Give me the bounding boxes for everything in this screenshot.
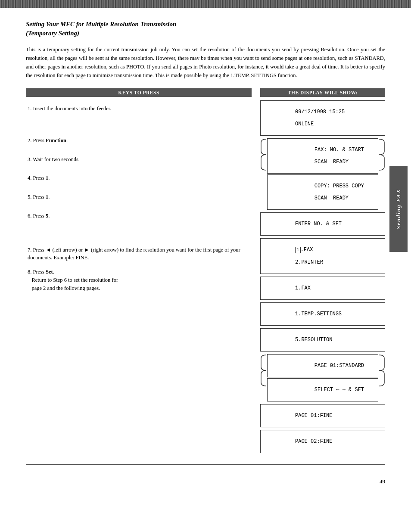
step-5-number: 5. (28, 194, 31, 200)
display-box-copy: COPY: PRESS COPY SCAN READY (267, 174, 378, 210)
display-box-1fax: 1.FAX (260, 277, 385, 300)
display-page02-fine-text: PAGE 02:FINE (295, 439, 332, 445)
display-temp-text: 1.TEMP.SETTINGS (295, 311, 342, 317)
step-6: 6. Press 5. (26, 212, 252, 220)
step-2: 2. Press Function. (26, 137, 252, 145)
top-decorative-bar (0, 0, 411, 8)
step-5: 5. Press 1. (26, 193, 252, 201)
step-1-number: 1. (28, 106, 31, 112)
step-1-text: Insert the documents into the feeder. (33, 106, 112, 112)
left-column: KEYS TO PRESS 1. Insert the documents in… (26, 88, 252, 456)
brace-group-fax-copy: FAX: NO. & START SCAN READY COPY: PRESS … (260, 138, 385, 210)
fax-printer-line2: 2.PRINTER (295, 259, 323, 265)
two-column-layout: KEYS TO PRESS 1. Insert the documents in… (26, 88, 385, 456)
fax-printer-line1: .FAX (301, 247, 313, 253)
display-1-line2: ONLINE (295, 121, 314, 127)
step-4-number: 4. (28, 175, 31, 181)
step-8-text: Press Set. Return to Step 6 to set the r… (28, 269, 118, 291)
brace-group-page-select: PAGE 01:STANDARD SELECT ← → & SET (260, 354, 385, 401)
display-box-enter: ENTER NO. & SET (260, 212, 385, 236)
page-number: 49 (26, 478, 385, 485)
display-box-page02-fine: PAGE 02:FINE (260, 430, 385, 453)
display-enter-text: ENTER NO. & SET (295, 221, 342, 227)
display-box-fax: FAX: NO. & START SCAN READY (267, 138, 378, 174)
step-7: 7. Press ◄ (left arrow) or ► (right arro… (26, 246, 252, 262)
right-col-header: THE DISPLAY WILL SHOW: (260, 88, 385, 97)
step-4-text: Press 1. (33, 175, 50, 181)
bottom-divider (26, 464, 385, 465)
display-box-1: 09/12/1998 15:25 ONLINE (260, 100, 385, 136)
display-select-text: SELECT ← → & SET (314, 387, 364, 393)
step-8-number: 8. (28, 269, 31, 275)
display-page01-fine-text: PAGE 01:FINE (295, 413, 332, 419)
step-5-text: Press 1. (33, 194, 50, 200)
step-4: 4. Press 1. (26, 174, 252, 182)
left-col-header: KEYS TO PRESS (26, 88, 252, 97)
step-3-number: 3. (28, 156, 31, 162)
right-column: THE DISPLAY WILL SHOW: 09/12/1998 15:25 … (260, 88, 385, 456)
step-1: 1. Insert the documents into the feeder. (26, 105, 252, 113)
step-7-number: 7. (28, 247, 31, 253)
left-curly-brace-2 (260, 354, 267, 387)
step-6-text: Press 5. (33, 213, 50, 219)
brace-boxes-fax-copy: FAX: NO. & START SCAN READY COPY: PRESS … (267, 138, 378, 210)
display-box-temp: 1.TEMP.SETTINGS (260, 302, 385, 326)
display-resolution-text: 5.RESOLUTION (295, 337, 332, 343)
display-1-line1: 09/12/1998 15:25 (295, 109, 345, 115)
display-1fax-text: 1.FAX (295, 285, 311, 291)
display-box-page01-fine: PAGE 01:FINE (260, 404, 385, 427)
step-2-number: 2. (28, 137, 31, 143)
display-box-page01-standard: PAGE 01:STANDARD (267, 354, 378, 377)
display-box-select: SELECT ← → & SET (267, 378, 378, 401)
side-tab: Sending FAX (389, 166, 408, 252)
section-title-line2: (Temporary Setting) (26, 30, 385, 39)
right-curly-brace-2 (378, 354, 385, 387)
right-curly-brace-1 (378, 138, 385, 171)
step-8: 8. Press Set. Return to Step 6 to set th… (26, 268, 252, 292)
step-2-text: Press Function. (33, 137, 68, 143)
step-3-text: Wait for two seconds. (33, 156, 80, 162)
step-6-number: 6. (28, 213, 31, 219)
step-3: 3. Wait for two seconds. (26, 156, 252, 164)
display-box-fax-printer: 1.FAX 2.PRINTER (260, 238, 385, 274)
step-7-text: Press ◄ (left arrow) or ► (right arrow) … (28, 247, 240, 261)
section-title-line1: Setting Your MFC for Multiple Resolution… (26, 21, 385, 28)
display-page01-standard-text: PAGE 01:STANDARD (314, 363, 364, 369)
page: Setting Your MFC for Multiple Resolution… (0, 0, 411, 532)
display-fax-line2: SCAN READY (314, 159, 349, 165)
display-copy-line1: COPY: PRESS COPY (314, 183, 364, 189)
display-copy-line2: SCAN READY (314, 195, 349, 201)
display-box-resolution: 5.RESOLUTION (260, 328, 385, 352)
display-fax-line1: FAX: NO. & START (314, 147, 364, 153)
body-text: This is a temporary setting for the curr… (26, 45, 385, 80)
boxed-one: 1 (295, 247, 301, 253)
left-curly-brace-1 (260, 138, 267, 171)
brace-boxes-page-select: PAGE 01:STANDARD SELECT ← → & SET (267, 354, 378, 401)
